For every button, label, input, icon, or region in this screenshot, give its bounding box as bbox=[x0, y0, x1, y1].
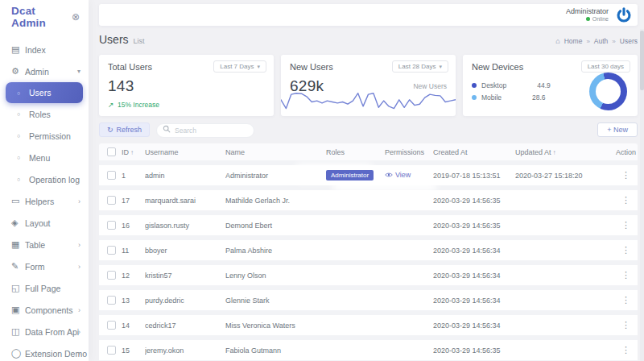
user-name: Administrator bbox=[566, 7, 609, 15]
row-actions-button[interactable]: ⋮ bbox=[621, 295, 630, 305]
column-header-action: Action bbox=[614, 148, 638, 156]
gear-icon: ⚙ bbox=[11, 66, 25, 77]
sort-up-icon: ↑ bbox=[130, 149, 134, 156]
refresh-button[interactable]: ↻ Refresh bbox=[99, 122, 150, 137]
search-icon bbox=[163, 125, 171, 133]
chevron-right-icon: › bbox=[78, 241, 80, 249]
trend-label: ↗ 15% Increase bbox=[108, 101, 159, 109]
row-checkbox[interactable] bbox=[107, 171, 116, 180]
sidebar-item-form[interactable]: ✎ Form › bbox=[0, 255, 89, 277]
table-row: 16 gislason.rusty Demond Ebert 2020-03-2… bbox=[99, 215, 638, 235]
sidebar-item-admin[interactable]: ⚙ Admin ▾ bbox=[0, 60, 89, 82]
view-permissions-link[interactable]: View bbox=[385, 171, 411, 179]
search-input[interactable] bbox=[156, 123, 254, 138]
row-checkbox[interactable] bbox=[107, 321, 116, 330]
app-logo: Dcat Admin bbox=[11, 5, 72, 29]
scrollbar-thumb[interactable] bbox=[640, 31, 644, 90]
legend-row-desktop: Desktop 44.9 bbox=[472, 79, 551, 91]
sidebar-collapse-icon[interactable]: ⊗ bbox=[72, 11, 80, 23]
new-button[interactable]: + New bbox=[597, 122, 638, 137]
sidebar-item-extension-demo[interactable]: ◯ Extension Demo › bbox=[0, 342, 89, 361]
row-actions-button[interactable]: ⋮ bbox=[621, 170, 630, 180]
breadcrumb-auth[interactable]: Auth bbox=[594, 37, 609, 45]
edit-icon: ✎ bbox=[11, 261, 25, 272]
row-checkbox[interactable] bbox=[107, 246, 116, 255]
sidebar-item-label: Data From Api bbox=[25, 327, 79, 337]
row-checkbox[interactable] bbox=[107, 296, 116, 305]
column-header-permissions: Permissions bbox=[385, 148, 433, 156]
sidebar-item-permission[interactable]: ○ Permission bbox=[0, 125, 89, 147]
table-row: 13 purdy.dedric Glennie Stark 2020-03-29… bbox=[99, 290, 638, 310]
row-actions-button[interactable]: ⋮ bbox=[621, 345, 630, 355]
breadcrumb-separator: » bbox=[612, 38, 615, 45]
chevron-down-icon: ▾ bbox=[77, 68, 80, 75]
row-actions-button[interactable]: ⋮ bbox=[621, 245, 630, 255]
row-actions-button[interactable]: ⋮ bbox=[621, 270, 630, 280]
page-header: Users List ⌂ Home » Auth » Users bbox=[99, 33, 638, 48]
total-users-value: 143 bbox=[108, 77, 134, 95]
breadcrumb-separator: » bbox=[586, 38, 589, 45]
row-checkbox[interactable] bbox=[107, 221, 116, 230]
chevron-right-icon: › bbox=[78, 197, 80, 205]
sidebar-item-layout[interactable]: ◈ Layout bbox=[0, 212, 89, 234]
column-header-id[interactable]: ID↑ bbox=[122, 148, 145, 156]
row-checkbox[interactable] bbox=[107, 346, 116, 355]
legend-row-mobile: Mobile 28.6 bbox=[472, 91, 551, 103]
donut-hole bbox=[596, 79, 621, 104]
sidebar-item-index[interactable]: ▤ Index bbox=[0, 39, 89, 60]
sidebar-item-label: Menu bbox=[29, 153, 50, 163]
sidebar-item-label: Roles bbox=[29, 110, 51, 119]
new-devices-filter-button[interactable]: Last 30 days bbox=[581, 60, 630, 73]
row-actions-button[interactable]: ⋮ bbox=[621, 220, 630, 230]
sidebar-item-label: Index bbox=[25, 45, 46, 55]
row-checkbox[interactable] bbox=[107, 196, 116, 205]
sidebar-menu: ▤ Index ⚙ Admin ▾ ○ Users ○ Roles ○ Perm… bbox=[0, 34, 89, 361]
refresh-icon: ↻ bbox=[107, 126, 114, 134]
table-row: 12 kristin57 Lenny Olson 2020-03-29 14:5… bbox=[99, 265, 638, 285]
sidebar-item-data-from-api[interactable]: ◫ Data From Api › bbox=[0, 321, 89, 342]
sidebar-item-roles[interactable]: ○ Roles bbox=[0, 103, 89, 125]
sidebar-item-full-page[interactable]: ◱ Full Page bbox=[0, 277, 89, 299]
power-icon bbox=[615, 6, 633, 24]
table-row: 15 jeremy.okon Fabiola Gutmann 2020-03-2… bbox=[99, 340, 638, 360]
devices-legend: Desktop 44.9 Mobile 28.6 bbox=[472, 79, 551, 103]
sidebar-item-menu[interactable]: ○ Menu bbox=[0, 147, 89, 168]
top-navbar: Administrator Online bbox=[99, 4, 638, 26]
user-avatar[interactable] bbox=[614, 6, 633, 24]
sidebar-item-label: Full Page bbox=[25, 284, 60, 293]
new-users-filter-button[interactable]: Last 28 Days ▾ bbox=[392, 60, 448, 73]
expand-icon: ◱ bbox=[11, 283, 25, 293]
sidebar-item-helpers[interactable]: ▭ Helpers › bbox=[0, 190, 89, 212]
devices-donut-chart bbox=[589, 73, 627, 110]
select-all-checkbox[interactable] bbox=[107, 147, 116, 156]
breadcrumb-users: Users bbox=[620, 37, 638, 45]
sidebar-item-table[interactable]: ▦ Table › bbox=[0, 234, 89, 255]
dcat-admin-app: Dcat Admin ⊗ ▤ Index ⚙ Admin ▾ ○ Users ○… bbox=[0, 0, 644, 361]
sidebar-item-operation-log[interactable]: ○ Operation log bbox=[0, 168, 89, 190]
sidebar-item-label: Operation log bbox=[29, 175, 80, 185]
desktop-dot-icon bbox=[472, 83, 477, 88]
sidebar-item-users[interactable]: ○ Users bbox=[6, 82, 83, 103]
terminal-icon: ▭ bbox=[11, 196, 25, 206]
breadcrumb-home[interactable]: Home bbox=[564, 37, 583, 45]
total-users-filter-button[interactable]: Last 7 Days ▾ bbox=[213, 60, 266, 73]
row-actions-button[interactable]: ⋮ bbox=[621, 320, 630, 330]
sidebar-item-label: Components bbox=[25, 305, 73, 315]
paint-icon: ◈ bbox=[11, 218, 25, 228]
scrollbar-track[interactable] bbox=[640, 29, 644, 361]
chevron-right-icon: › bbox=[78, 263, 80, 271]
row-checkbox[interactable] bbox=[107, 271, 116, 280]
mobile-dot-icon bbox=[472, 95, 477, 100]
sidebar-item-label: Admin bbox=[25, 67, 49, 77]
eye-icon bbox=[385, 172, 393, 178]
row-actions-button[interactable]: ⋮ bbox=[621, 195, 630, 205]
card-title: New Devices bbox=[472, 62, 523, 72]
column-header-updated-at[interactable]: Updated At↑ bbox=[515, 148, 614, 156]
user-meta: Administrator Online bbox=[566, 7, 609, 22]
role-badge: Administrator bbox=[326, 170, 374, 180]
sidebar-item-components[interactable]: ▣ Components › bbox=[0, 299, 89, 321]
new-users-sparkline bbox=[281, 87, 456, 116]
table-icon: ▦ bbox=[11, 239, 25, 250]
chevron-right-icon: › bbox=[78, 328, 80, 336]
card-title: Total Users bbox=[108, 62, 152, 72]
